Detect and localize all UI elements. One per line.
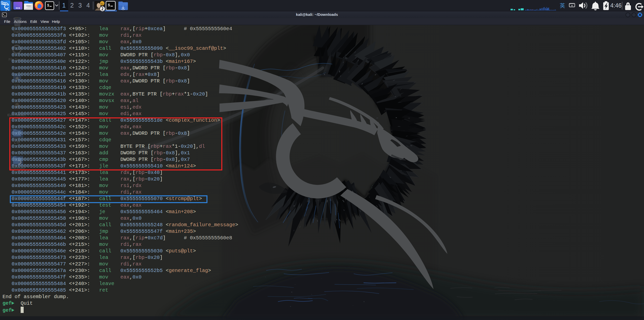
svg-text:$: $ bbox=[47, 4, 49, 8]
svg-text:2: 2 bbox=[101, 7, 104, 11]
svg-text:3: 3 bbox=[78, 2, 82, 9]
svg-text:File: File bbox=[4, 19, 10, 24]
svg-text:View: View bbox=[41, 19, 49, 24]
svg-text:Help: Help bbox=[52, 19, 60, 24]
svg-text:2: 2 bbox=[70, 2, 74, 9]
svg-text:$: $ bbox=[108, 3, 110, 8]
svg-text:1: 1 bbox=[62, 2, 66, 9]
svg-text:Edit: Edit bbox=[30, 19, 37, 24]
svg-text:4: 4 bbox=[86, 2, 90, 9]
svg-text:kali@kali: ~/Downloads: kali@kali: ~/Downloads bbox=[296, 12, 338, 17]
svg-text:4:46: 4:46 bbox=[610, 2, 622, 9]
svg-text:英: 英 bbox=[560, 3, 565, 8]
